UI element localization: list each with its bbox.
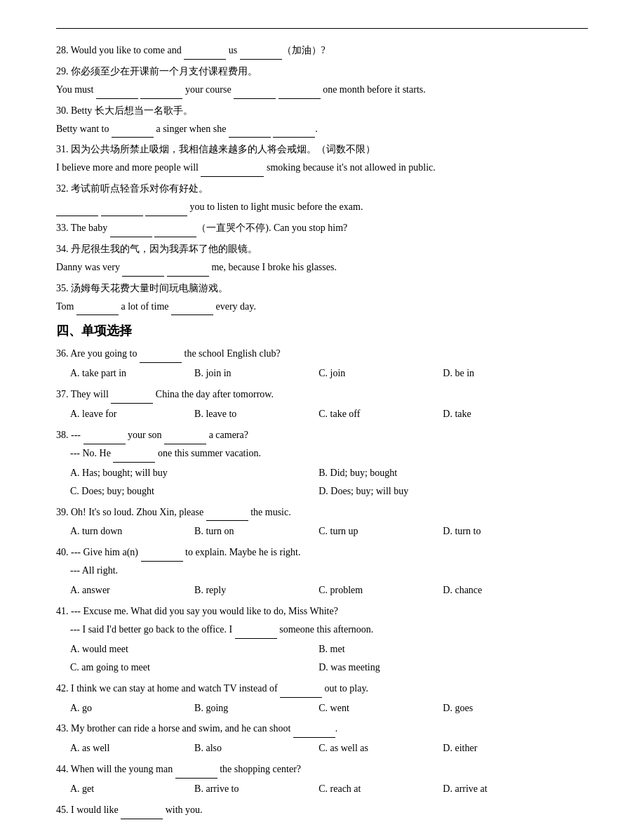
option-d: D. turn to: [443, 522, 567, 541]
option-a: A. Has; bought; will buy: [70, 464, 318, 482]
question-31: 31. 因为公共场所禁止吸烟，我相信越来越多的人将会戒烟。（词数不限） I be…: [56, 140, 588, 177]
option-b: B. going: [194, 699, 318, 717]
blank: [111, 392, 153, 404]
option-a: A. turn down: [70, 522, 194, 541]
question-45: 45. I would like with you.: [56, 801, 588, 819]
blank: [83, 433, 126, 444]
q38-text1: 38. --- your son a camera?: [56, 426, 588, 444]
option-a: A. would meet: [70, 640, 318, 658]
option-b: B. leave to: [194, 405, 318, 423]
option-a: A. take part in: [70, 364, 194, 383]
blank: [279, 88, 321, 99]
option-a: A. get: [70, 780, 194, 798]
blank: [201, 166, 264, 177]
question-38: 38. --- your son a camera? --- No. He on…: [56, 426, 588, 501]
option-c: C. Does; buy; bought: [70, 482, 318, 501]
fill-in-section: 28. Would you like to come and us （加油）? …: [56, 41, 588, 315]
blank: [154, 226, 196, 237]
q34-cn: 34. 丹尼很生我的气，因为我弄坏了他的眼镜。: [56, 240, 588, 258]
q34-en: Danny was very me, because I broke his g…: [56, 258, 588, 277]
question-34: 34. 丹尼很生我的气，因为我弄坏了他的眼镜。 Danny was very m…: [56, 240, 588, 277]
q41-options: A. would meet B. met C. am going to meet…: [70, 640, 588, 677]
option-c: C. take off: [318, 405, 443, 423]
blank: [164, 433, 206, 444]
q37-text: 37. They will China the day after tomorr…: [56, 385, 588, 404]
q36-text: 36. Are you going to the school English …: [56, 345, 588, 363]
question-36: 36. Are you going to the school English …: [56, 345, 588, 383]
option-a: A. leave for: [70, 405, 194, 423]
option-c: C. join: [318, 364, 443, 383]
blank: [280, 687, 322, 698]
q33-en: 33. The baby （一直哭个不停). Can you stop him?: [56, 219, 588, 237]
blank: [76, 304, 119, 315]
option-c: C. as well as: [318, 739, 443, 757]
blank: [234, 88, 276, 99]
q44-options: A. get B. arrive to C. reach at D. arriv…: [70, 780, 588, 798]
q30-cn: 30. Betty 长大后想当一名歌手。: [56, 102, 588, 120]
option-d: D. goes: [443, 699, 567, 717]
blank: [141, 550, 183, 562]
option-c: C. problem: [318, 581, 443, 600]
q43-text: 43. My brother can ride a horse and swim…: [56, 720, 588, 738]
q32-cn: 32. 考试前听点轻音乐对你有好处。: [56, 180, 588, 198]
option-c: C. reach at: [318, 780, 443, 798]
blank: [96, 88, 138, 99]
q40-text2: --- All right.: [70, 562, 588, 580]
blank: [184, 48, 226, 60]
q39-text: 39. Oh! It's so loud. Zhou Xin, please t…: [56, 503, 588, 522]
blank: [175, 767, 217, 779]
blank: [113, 451, 155, 463]
blank: [235, 628, 277, 639]
option-a: A. go: [70, 699, 194, 717]
blank: [167, 265, 209, 277]
option-d: D. was meeting: [318, 658, 567, 677]
question-33: 33. The baby （一直哭个不停). Can you stop him?: [56, 219, 588, 237]
option-b: B. also: [194, 739, 318, 757]
question-44: 44. When will the young man the shopping…: [56, 760, 588, 798]
top-divider: [56, 28, 588, 29]
q41-text2: --- I said I'd better go back to the off…: [70, 621, 588, 639]
option-b: B. reply: [194, 581, 318, 600]
blank: [171, 304, 213, 315]
question-32: 32. 考试前听点轻音乐对你有好处。 you to listen to ligh…: [56, 180, 588, 216]
q45-text: 45. I would like with you.: [56, 801, 588, 819]
q43-options: A. as well B. also C. as well as D. eith…: [70, 739, 588, 757]
q31-en: I believe more and more people will smok…: [56, 159, 588, 177]
option-c: C. turn up: [318, 522, 443, 541]
option-b: B. join in: [194, 364, 318, 383]
mc-section: 36. Are you going to the school English …: [56, 345, 588, 819]
q31-cn: 31. 因为公共场所禁止吸烟，我相信越来越多的人将会戒烟。（词数不限）: [56, 140, 588, 159]
option-b: B. Did; buy; bought: [318, 464, 567, 482]
q32-en: you to listen to light music before the …: [56, 198, 588, 216]
option-d: D. Does; buy; will buy: [318, 482, 567, 501]
blank: [101, 205, 143, 216]
option-b: B. arrive to: [194, 780, 318, 798]
q35-en: Tom a lot of time every day.: [56, 298, 588, 316]
q37-options: A. leave for B. leave to C. take off D. …: [70, 405, 588, 423]
question-39: 39. Oh! It's so loud. Zhou Xin, please t…: [56, 503, 588, 541]
blank: [229, 126, 271, 138]
question-40: 40. --- Give him a(n) to explain. Maybe …: [56, 543, 588, 600]
q39-options: A. turn down B. turn on C. turn up D. tu…: [70, 522, 588, 541]
q30-en: Betty want to a singer when she .: [56, 120, 588, 138]
option-a: A. answer: [70, 581, 194, 600]
q41-text1: 41. --- Excuse me. What did you say you …: [56, 602, 588, 621]
q35-cn: 35. 汤姆每天花费大量时间玩电脑游戏。: [56, 279, 588, 298]
option-d: D. be in: [443, 364, 567, 383]
option-c: C. am going to meet: [70, 658, 318, 677]
q40-options: A. answer B. reply C. problem D. chance: [70, 581, 588, 600]
section-title-mc: 四、单项选择: [56, 322, 588, 339]
blank: [140, 88, 182, 99]
question-35: 35. 汤姆每天花费大量时间玩电脑游戏。 Tom a lot of time e…: [56, 279, 588, 316]
blank: [112, 126, 154, 138]
q38-options: A. Has; bought; will buy B. Did; buy; bo…: [70, 464, 588, 501]
blank: [56, 205, 98, 216]
blank: [240, 48, 282, 60]
q29-cn: 29. 你必须至少在开课前一个月支付课程费用。: [56, 62, 588, 81]
option-c: C. went: [318, 699, 443, 717]
option-d: D. chance: [443, 581, 567, 600]
option-b: B. met: [318, 640, 567, 658]
question-37: 37. They will China the day after tomorr…: [56, 385, 588, 423]
blank: [122, 265, 164, 277]
q29-en: You must your course one month before it…: [56, 81, 588, 99]
